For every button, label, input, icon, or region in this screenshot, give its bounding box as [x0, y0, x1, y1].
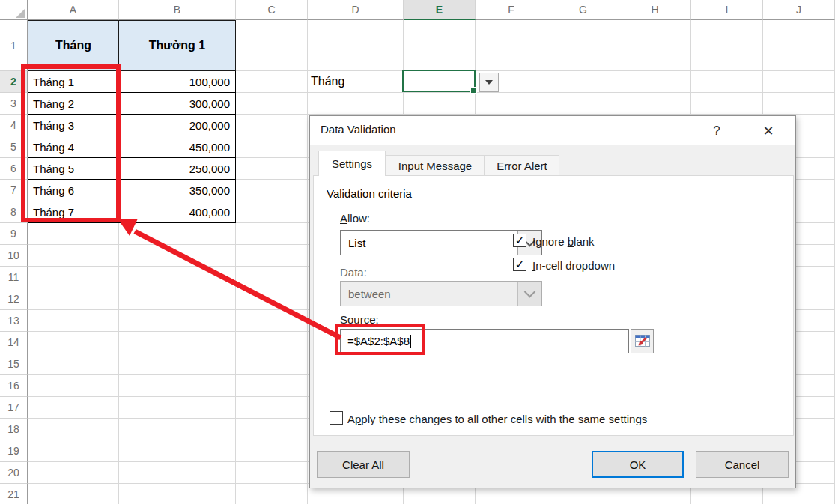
tab-error-alert[interactable]: Error Alert: [485, 155, 559, 176]
cell-B16[interactable]: [119, 375, 236, 397]
apply-all-checkbox[interactable]: [330, 411, 343, 425]
clear-all-button[interactable]: Clear All: [317, 451, 410, 478]
cell-A11[interactable]: [28, 267, 119, 288]
cell-H2[interactable]: [619, 71, 691, 93]
cell-C9[interactable]: [236, 223, 308, 245]
cell-J3[interactable]: [763, 93, 835, 115]
row-header-12[interactable]: 12: [0, 288, 28, 310]
cell-A19[interactable]: [28, 440, 119, 462]
cell-C11[interactable]: [236, 267, 308, 288]
allow-dropdown[interactable]: List: [340, 230, 542, 255]
column-header-I[interactable]: I: [691, 0, 763, 20]
column-header-H[interactable]: H: [619, 0, 691, 20]
column-header-E[interactable]: E: [404, 0, 476, 20]
cell-C16[interactable]: [236, 375, 308, 397]
cell-A20[interactable]: [28, 462, 119, 484]
cell-G1[interactable]: [547, 20, 619, 71]
cell-A7[interactable]: Tháng 6: [28, 180, 119, 201]
column-header-B[interactable]: B: [119, 0, 236, 20]
row-header-5[interactable]: 5: [0, 136, 28, 158]
cell-B4[interactable]: 200,000: [119, 115, 236, 136]
row-header-17[interactable]: 17: [0, 397, 28, 419]
row-header-6[interactable]: 6: [0, 158, 28, 180]
cell-J1[interactable]: [763, 20, 835, 71]
cell-I2[interactable]: [691, 71, 763, 93]
cell-A21[interactable]: [28, 484, 119, 504]
cell-J2[interactable]: [763, 71, 835, 93]
cell-B6[interactable]: 250,000: [119, 158, 236, 180]
cell-C14[interactable]: [236, 332, 308, 353]
cell-B11[interactable]: [119, 267, 236, 288]
cell-B17[interactable]: [119, 397, 236, 419]
cell-C10[interactable]: [236, 245, 308, 267]
row-header-8[interactable]: 8: [0, 201, 28, 223]
cell-C18[interactable]: [236, 419, 308, 440]
cell-C7[interactable]: [236, 180, 308, 201]
cell-A18[interactable]: [28, 419, 119, 440]
row-header-13[interactable]: 13: [0, 310, 28, 332]
cell-G2[interactable]: [547, 71, 619, 93]
cell-B13[interactable]: [119, 310, 236, 332]
select-all-corner[interactable]: [0, 0, 28, 20]
cell-B3[interactable]: 300,000: [119, 93, 236, 115]
cell-C20[interactable]: [236, 462, 308, 484]
cell-A3[interactable]: Tháng 2: [28, 93, 119, 115]
fill-handle[interactable]: [470, 87, 477, 94]
column-header-A[interactable]: A: [28, 0, 119, 20]
cell-C15[interactable]: [236, 353, 308, 375]
cell-A13[interactable]: [28, 310, 119, 332]
cell-A6[interactable]: Tháng 5: [28, 158, 119, 180]
tab-input-message[interactable]: Input Message: [386, 155, 485, 176]
cell-B7[interactable]: 350,000: [119, 180, 236, 201]
column-header-J[interactable]: J: [763, 0, 835, 20]
cell-A12[interactable]: [28, 288, 119, 310]
cell-B9[interactable]: [119, 223, 236, 245]
cell-C6[interactable]: [236, 158, 308, 180]
cell-A14[interactable]: [28, 332, 119, 353]
cell-E3[interactable]: [404, 93, 476, 115]
row-header-18[interactable]: 18: [0, 419, 28, 440]
column-header-G[interactable]: G: [547, 0, 619, 20]
cell-A17[interactable]: [28, 397, 119, 419]
cell-I1[interactable]: [691, 20, 763, 71]
row-header-19[interactable]: 19: [0, 440, 28, 462]
cell-I3[interactable]: [691, 93, 763, 115]
cell-A2[interactable]: Tháng 1: [28, 71, 119, 93]
cell-G3[interactable]: [547, 93, 619, 115]
row-header-15[interactable]: 15: [0, 353, 28, 375]
cell-B20[interactable]: [119, 462, 236, 484]
in-cell-dropdown-button[interactable]: [479, 73, 499, 92]
in-cell-dropdown-checkbox[interactable]: ✓: [513, 258, 526, 271]
cell-B19[interactable]: [119, 440, 236, 462]
cell-A15[interactable]: [28, 353, 119, 375]
row-header-20[interactable]: 20: [0, 462, 28, 484]
column-header-C[interactable]: C: [236, 0, 308, 20]
cell-A1[interactable]: Tháng: [28, 20, 119, 71]
cell-C2[interactable]: [236, 71, 308, 93]
cell-H1[interactable]: [619, 20, 691, 71]
cell-B14[interactable]: [119, 332, 236, 353]
cell-D3[interactable]: [308, 93, 404, 115]
cell-H3[interactable]: [619, 93, 691, 115]
cell-B1[interactable]: Thưởng 1: [119, 20, 236, 71]
row-header-3[interactable]: 3: [0, 93, 28, 115]
cell-B10[interactable]: [119, 245, 236, 267]
cell-C3[interactable]: [236, 93, 308, 115]
row-header-21[interactable]: 21: [0, 484, 28, 504]
row-header-14[interactable]: 14: [0, 332, 28, 353]
cell-C5[interactable]: [236, 136, 308, 158]
source-input[interactable]: =$A$2:$A$8: [340, 329, 629, 353]
cell-B18[interactable]: [119, 419, 236, 440]
cell-D2[interactable]: Tháng: [308, 71, 404, 93]
cell-E1[interactable]: [404, 20, 476, 71]
row-header-16[interactable]: 16: [0, 375, 28, 397]
cell-A5[interactable]: Tháng 4: [28, 136, 119, 158]
cell-C12[interactable]: [236, 288, 308, 310]
dialog-titlebar[interactable]: Data Validation ? ✕: [310, 116, 795, 145]
row-header-1[interactable]: 1: [0, 20, 28, 71]
cell-C17[interactable]: [236, 397, 308, 419]
cell-A16[interactable]: [28, 375, 119, 397]
ok-button[interactable]: OK: [592, 451, 684, 478]
cell-C8[interactable]: [236, 201, 308, 223]
row-header-7[interactable]: 7: [0, 180, 28, 201]
